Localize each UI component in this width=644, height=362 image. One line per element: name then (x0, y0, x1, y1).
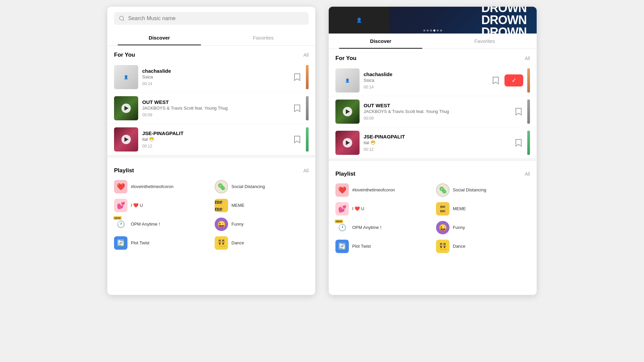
phone2-playlist-name-7: Plot Twist (352, 244, 371, 249)
phone2-playlist-item-6[interactable]: 😜 Funny (436, 221, 530, 234)
phone2-track-1-info: chachaslide Ssica 00:14 (364, 71, 487, 89)
phone2-music-item-1[interactable]: 👤 chachaslide Ssica 00:14 ✓ (329, 65, 537, 96)
track-3-duration: 00:12 (142, 144, 288, 148)
track-1-artist: Ssica (142, 74, 288, 79)
playlist-icon-6: 😜 (215, 218, 228, 231)
playlist-item-8[interactable]: 👯 Dance (215, 236, 309, 250)
phone2-playlist-header: Playlist All (335, 165, 530, 181)
search-input[interactable] (128, 15, 304, 21)
for-you-all[interactable]: All (303, 52, 309, 58)
phone2-play-btn-2[interactable] (343, 107, 352, 116)
search-bar (107, 7, 315, 30)
phone2-playlist-item-2[interactable]: 🦠 Social Distancing (436, 183, 530, 197)
phone2-playlist-all[interactable]: All (525, 171, 530, 177)
bookmark-1[interactable] (292, 72, 302, 82)
phone2-playlist-item-4[interactable]: meme MEME (436, 202, 530, 216)
phone2-playlist-section: Playlist All ❤️ #loveinthetimeofcoron 🦠 … (329, 165, 537, 260)
phone2-play-btn-3[interactable] (343, 138, 352, 147)
playlist-name-2: Social Distancing (231, 184, 265, 190)
phone2-track-3-thumb (335, 131, 360, 155)
phone2-for-you-title: For You (335, 55, 357, 62)
track-2-info: OUT WEST JACKBOYS & Travis Scott feat. Y… (142, 99, 288, 117)
track-3-title: JSE-PINAGPALIT (142, 130, 288, 136)
playlist-icon-2: 🦠 (215, 180, 228, 193)
phone2-playlist-icon-4: meme (436, 202, 449, 216)
phone2-bookmark-3[interactable] (514, 138, 523, 147)
phone2-playlist-name-3: I ❤️ U (352, 206, 364, 212)
tabs: Discover Favorites (107, 30, 315, 46)
music-item-2[interactable]: OUT WEST JACKBOYS & Travis Scott feat. Y… (107, 93, 315, 124)
track-1-info: chachaslide Ssica 00:14 (142, 68, 288, 86)
playlist-icon-7: 🔄 (114, 236, 127, 250)
playlist-item-6[interactable]: 😜 Funny (215, 218, 309, 231)
banner-dots (423, 29, 442, 32)
for-you-title: For You (114, 52, 135, 58)
playlist-item-3[interactable]: 💕 I ❤️ U (114, 199, 208, 212)
phone2-tab-discover[interactable]: Discover (329, 34, 433, 49)
playlist-icon-3: 💕 (114, 199, 127, 212)
tab-discover[interactable]: Discover (107, 30, 211, 45)
phone2-playlist-item-8[interactable]: 👯 Dance (436, 240, 530, 253)
phone2-playlist-icon-6: 😜 (436, 221, 449, 234)
play-btn-2[interactable] (121, 104, 131, 113)
phone2-playlist-grid: ❤️ #loveinthetimeofcoron 🦠 Social Distan… (335, 183, 530, 253)
track-1-title: chachaslide (142, 68, 288, 74)
bookmark-2[interactable] (292, 104, 302, 113)
phone2-bookmark-2[interactable] (514, 107, 523, 116)
svg-point-0 (119, 16, 123, 20)
playlist-icon-8: 👯 (215, 236, 228, 250)
play-btn-3[interactable] (121, 135, 131, 144)
search-input-wrap[interactable] (114, 12, 309, 25)
playlist-icon-1: ❤️ (114, 180, 127, 193)
playlist-title: Playlist (114, 167, 134, 174)
phone2-playlist-item-5[interactable]: 🕐 NEW OPM Anytime！ (335, 221, 429, 234)
phone2-track-1-artist: Ssica (364, 78, 487, 83)
track-1-duration: 00:14 (142, 81, 288, 86)
color-strip-1 (306, 65, 309, 89)
music-item-3[interactable]: JSE-PINAGPALIT ital 😷 00:12 (107, 124, 315, 155)
music-list: 👤 chachaslide Ssica 00:14 (107, 62, 315, 155)
phone2-playlist-item-1[interactable]: ❤️ #loveinthetimeofcoron (335, 183, 429, 197)
phone2-playlist-item-3[interactable]: 💕 I ❤️ U (335, 202, 429, 216)
phone2-playlist-item-7[interactable]: 🔄 Plot Twist (335, 240, 429, 253)
phone2-for-you-header: For You All (329, 49, 537, 65)
phone2-track-2-thumb (335, 100, 360, 124)
playlist-item-5[interactable]: 🕐 NEW OPM Anytime！ (114, 218, 208, 231)
phone2-for-you-all[interactable]: All (525, 56, 530, 61)
dot-5 (437, 29, 439, 32)
confirm-button-1[interactable]: ✓ (504, 74, 523, 86)
phone2-track-2-info: OUT WEST JACKBOYS & Travis Scott feat. Y… (364, 103, 510, 121)
playlist-all[interactable]: All (303, 168, 309, 173)
track-2-title: OUT WEST (142, 99, 288, 105)
dot-1 (423, 29, 425, 32)
playlist-name-4: MEME (231, 203, 245, 208)
playlist-name-5: OPM Anytime！ (131, 222, 162, 227)
phone2-color-strip-2 (527, 100, 530, 124)
dot-2 (427, 29, 429, 32)
playlist-item-7[interactable]: 🔄 Plot Twist (114, 236, 208, 250)
playlist-name-1: #loveinthetimeofcoron (131, 184, 173, 190)
phone2-music-item-2[interactable]: OUT WEST JACKBOYS & Travis Scott feat. Y… (329, 96, 537, 127)
phone2-bookmark-1[interactable] (491, 76, 500, 85)
playlist-item-1[interactable]: ❤️ #loveinthetimeofcoron (114, 180, 208, 193)
svg-line-1 (123, 19, 124, 20)
phone2-playlist-icon-7: 🔄 (335, 240, 349, 253)
confirm-check-icon: ✓ (512, 77, 517, 84)
dot-6 (440, 29, 442, 32)
bookmark-icon-3 (294, 135, 301, 143)
phone2-track-3-duration: 00:12 (364, 147, 510, 152)
divider-1 (107, 155, 315, 158)
phone2-color-strip-1 (527, 68, 530, 93)
tab-favorites[interactable]: Favorites (211, 30, 315, 45)
phone2-track-1-thumb: 👤 (335, 68, 360, 93)
phone2-music-item-3[interactable]: JSE-PINAGPALIT ital 😷 00:12 (329, 127, 537, 159)
music-item-1[interactable]: 👤 chachaslide Ssica 00:14 (107, 62, 315, 93)
phone2-playlist-name-6: Funny (453, 225, 465, 231)
playlist-name-3: I ❤️ U (131, 203, 143, 208)
bookmark-3[interactable] (292, 135, 302, 144)
phone2-playlist-name-1: #loveinthetimeofcoron (352, 187, 395, 193)
playlist-item-4[interactable]: me me MEME (215, 199, 309, 212)
phone2-tab-favorites[interactable]: Favorites (433, 34, 537, 49)
playlist-section: Playlist All ❤️ #loveinthetimeofcoron 🦠 … (107, 161, 315, 256)
playlist-item-2[interactable]: 🦠 Social Distancing (215, 180, 309, 193)
